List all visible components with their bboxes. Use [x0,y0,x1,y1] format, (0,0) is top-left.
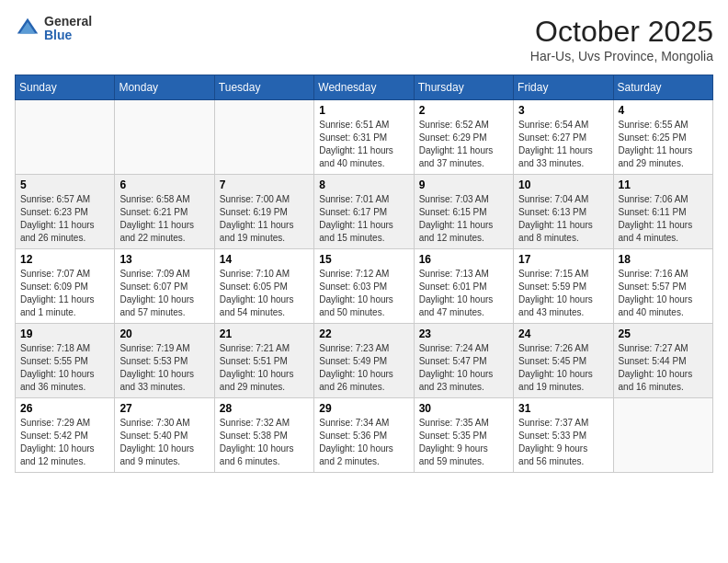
day-info: Sunrise: 7:07 AM Sunset: 6:09 PM Dayligh… [20,268,109,319]
calendar-week-row: 12Sunrise: 7:07 AM Sunset: 6:09 PM Dayli… [16,249,713,324]
day-info: Sunrise: 7:18 AM Sunset: 5:55 PM Dayligh… [20,342,109,394]
calendar-day-cell: 14Sunrise: 7:10 AM Sunset: 6:05 PM Dayli… [214,249,313,324]
day-number: 18 [619,253,708,266]
day-number: 7 [220,178,309,191]
day-info: Sunrise: 7:00 AM Sunset: 6:19 PM Dayligh… [220,193,309,245]
day-number: 9 [419,178,508,191]
calendar-day-cell: 25Sunrise: 7:27 AM Sunset: 5:44 PM Dayli… [613,324,712,398]
calendar-day-cell: 11Sunrise: 7:06 AM Sunset: 6:11 PM Dayli… [613,175,712,249]
calendar-day-cell: 30Sunrise: 7:35 AM Sunset: 5:35 PM Dayli… [414,398,513,473]
weekday-header: Saturday [613,75,712,100]
calendar-day-cell: 1Sunrise: 6:51 AM Sunset: 6:31 PM Daylig… [314,100,414,175]
day-info: Sunrise: 7:37 AM Sunset: 5:33 PM Dayligh… [518,417,608,468]
calendar-week-row: 19Sunrise: 7:18 AM Sunset: 5:55 PM Dayli… [16,324,713,398]
day-number: 29 [319,402,408,415]
weekday-header: Sunday [16,75,115,100]
day-info: Sunrise: 6:55 AM Sunset: 6:25 PM Dayligh… [619,119,708,170]
calendar-day-cell: 2Sunrise: 6:52 AM Sunset: 6:29 PM Daylig… [414,100,513,175]
weekday-header: Tuesday [214,75,313,100]
day-number: 27 [119,402,209,415]
calendar-day-cell: 28Sunrise: 7:32 AM Sunset: 5:38 PM Dayli… [214,398,313,473]
day-number: 5 [20,178,109,191]
day-number: 1 [319,104,408,117]
logo-icon [15,16,40,41]
day-info: Sunrise: 7:13 AM Sunset: 6:01 PM Dayligh… [419,268,508,319]
day-info: Sunrise: 7:32 AM Sunset: 5:38 PM Dayligh… [220,417,309,468]
calendar-day-cell: 7Sunrise: 7:00 AM Sunset: 6:19 PM Daylig… [214,175,313,249]
calendar-day-cell: 3Sunrise: 6:54 AM Sunset: 6:27 PM Daylig… [514,100,613,175]
day-info: Sunrise: 6:58 AM Sunset: 6:21 PM Dayligh… [119,193,209,245]
calendar-day-cell: 31Sunrise: 7:37 AM Sunset: 5:33 PM Dayli… [514,398,613,473]
day-number: 21 [220,327,309,340]
day-info: Sunrise: 7:23 AM Sunset: 5:49 PM Dayligh… [319,342,408,394]
day-info: Sunrise: 6:51 AM Sunset: 6:31 PM Dayligh… [319,119,408,170]
calendar-day-cell: 6Sunrise: 6:58 AM Sunset: 6:21 PM Daylig… [115,175,214,249]
calendar-day-cell: 18Sunrise: 7:16 AM Sunset: 5:57 PM Dayli… [613,249,712,324]
day-info: Sunrise: 6:57 AM Sunset: 6:23 PM Dayligh… [20,193,109,245]
day-number: 30 [419,402,508,415]
calendar-day-cell: 29Sunrise: 7:34 AM Sunset: 5:36 PM Dayli… [314,398,414,473]
calendar-day-cell: 20Sunrise: 7:19 AM Sunset: 5:53 PM Dayli… [115,324,214,398]
day-number: 4 [619,104,708,117]
logo-blue-text: Blue [44,29,92,42]
day-info: Sunrise: 7:29 AM Sunset: 5:42 PM Dayligh… [20,417,109,468]
day-info: Sunrise: 7:35 AM Sunset: 5:35 PM Dayligh… [419,417,508,468]
logo-text: General Blue [44,15,92,43]
calendar-day-cell: 26Sunrise: 7:29 AM Sunset: 5:42 PM Dayli… [16,398,115,473]
calendar-day-cell: 17Sunrise: 7:15 AM Sunset: 5:59 PM Dayli… [514,249,613,324]
calendar-day-cell: 5Sunrise: 6:57 AM Sunset: 6:23 PM Daylig… [16,175,115,249]
day-number: 2 [419,104,508,117]
day-info: Sunrise: 7:04 AM Sunset: 6:13 PM Dayligh… [518,193,608,245]
calendar-day-cell: 27Sunrise: 7:30 AM Sunset: 5:40 PM Dayli… [115,398,214,473]
calendar-day-cell [115,100,214,175]
day-number: 20 [119,327,209,340]
day-number: 19 [20,327,109,340]
day-info: Sunrise: 7:09 AM Sunset: 6:07 PM Dayligh… [119,268,209,319]
day-number: 8 [319,178,408,191]
calendar-day-cell: 8Sunrise: 7:01 AM Sunset: 6:17 PM Daylig… [314,175,414,249]
day-number: 28 [220,402,309,415]
day-info: Sunrise: 7:06 AM Sunset: 6:11 PM Dayligh… [619,193,708,245]
calendar-week-row: 1Sunrise: 6:51 AM Sunset: 6:31 PM Daylig… [16,100,713,175]
calendar-day-cell: 13Sunrise: 7:09 AM Sunset: 6:07 PM Dayli… [115,249,214,324]
day-number: 13 [119,253,209,266]
day-number: 6 [119,178,209,191]
day-info: Sunrise: 7:10 AM Sunset: 6:05 PM Dayligh… [220,268,309,319]
title-area: October 2025 Har-Us, Uvs Province, Mongo… [530,15,713,63]
calendar-day-cell: 12Sunrise: 7:07 AM Sunset: 6:09 PM Dayli… [16,249,115,324]
calendar-day-cell: 10Sunrise: 7:04 AM Sunset: 6:13 PM Dayli… [514,175,613,249]
day-number: 24 [518,327,608,340]
logo-general-text: General [44,15,92,29]
day-number: 31 [518,402,608,415]
day-number: 11 [619,178,708,191]
calendar-day-cell: 19Sunrise: 7:18 AM Sunset: 5:55 PM Dayli… [16,324,115,398]
calendar-day-cell [16,100,115,175]
day-number: 10 [518,178,608,191]
weekday-header: Monday [115,75,214,100]
calendar-day-cell: 15Sunrise: 7:12 AM Sunset: 6:03 PM Dayli… [314,249,414,324]
calendar-day-cell [613,398,712,473]
calendar-week-row: 5Sunrise: 6:57 AM Sunset: 6:23 PM Daylig… [16,175,713,249]
day-info: Sunrise: 7:03 AM Sunset: 6:15 PM Dayligh… [419,193,508,245]
day-info: Sunrise: 7:19 AM Sunset: 5:53 PM Dayligh… [119,342,209,394]
location-text: Har-Us, Uvs Province, Mongolia [530,49,713,63]
day-info: Sunrise: 7:16 AM Sunset: 5:57 PM Dayligh… [619,268,708,319]
calendar-day-cell: 16Sunrise: 7:13 AM Sunset: 6:01 PM Dayli… [414,249,513,324]
day-number: 23 [419,327,508,340]
day-number: 15 [319,253,408,266]
calendar-day-cell: 21Sunrise: 7:21 AM Sunset: 5:51 PM Dayli… [214,324,313,398]
day-number: 16 [419,253,508,266]
day-info: Sunrise: 7:21 AM Sunset: 5:51 PM Dayligh… [220,342,309,394]
logo: General Blue [15,15,92,43]
calendar-day-cell [214,100,313,175]
day-info: Sunrise: 7:27 AM Sunset: 5:44 PM Dayligh… [619,342,708,394]
day-number: 17 [518,253,608,266]
day-info: Sunrise: 7:34 AM Sunset: 5:36 PM Dayligh… [319,417,408,468]
calendar-day-cell: 23Sunrise: 7:24 AM Sunset: 5:47 PM Dayli… [414,324,513,398]
day-info: Sunrise: 7:24 AM Sunset: 5:47 PM Dayligh… [419,342,508,394]
weekday-header: Wednesday [314,75,414,100]
page-header: General Blue October 2025 Har-Us, Uvs Pr… [15,15,713,63]
day-info: Sunrise: 7:01 AM Sunset: 6:17 PM Dayligh… [319,193,408,245]
calendar-day-cell: 4Sunrise: 6:55 AM Sunset: 6:25 PM Daylig… [613,100,712,175]
day-info: Sunrise: 7:26 AM Sunset: 5:45 PM Dayligh… [518,342,608,394]
